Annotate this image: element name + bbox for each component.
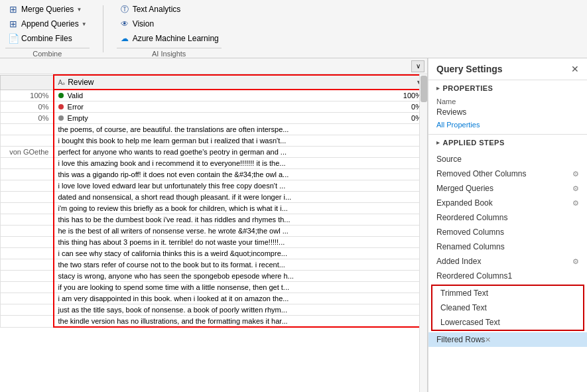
step-item-merged-queries[interactable]: Merged Queries⚙ [428, 181, 587, 196]
step-delete-icon[interactable]: ✕ [485, 336, 491, 344]
review-valid-stat: Valid 100% [54, 90, 427, 101]
cell-review: this has to be the dumbest book i've rea… [54, 214, 427, 226]
step-label: Removed Columns [436, 228, 504, 237]
cell-review: just as the title says, book of nonsense… [54, 304, 427, 316]
step-item-reordered-columns1[interactable]: Reordered Columns1 [428, 269, 587, 283]
collapse-button[interactable]: ∨ [411, 60, 424, 72]
table-row: he is the best of all writers of nonsens… [1, 226, 427, 237]
error-label: Error [68, 103, 84, 111]
col-header-review[interactable]: Aₐ Review ▼ [54, 75, 427, 90]
cell-review: perfect for anyone who wants to read goe… [54, 147, 427, 158]
step-item-source[interactable]: Source [428, 152, 587, 166]
vision-icon: 👁 [119, 19, 130, 29]
panel-close-button[interactable]: ✕ [571, 64, 579, 74]
step-item-cleaned-text[interactable]: Cleaned Text [432, 300, 583, 315]
step-item-removed-other-columns[interactable]: Removed Other Columns⚙ [428, 166, 587, 181]
toolbar-group-ai: Ⓣ Text Analytics 👁 Vision ☁ Azure Machin… [117, 3, 222, 58]
col-header-num [1, 75, 54, 90]
step-item-expanded-book[interactable]: Expanded Book⚙ [428, 196, 587, 210]
cell-num [1, 304, 54, 316]
table-row: stacy is wrong, anyone who has seen the … [1, 271, 427, 282]
step-item-trimmed-text[interactable]: Trimmed Text [432, 286, 583, 300]
merge-dropdown-arrow: ▼ [76, 7, 82, 13]
step-item-reordered-columns[interactable]: Reordered Columns [428, 210, 587, 225]
cell-review: the kindle version has no illustrations,… [54, 316, 427, 328]
vertical-scrollbar[interactable] [419, 74, 427, 392]
table-row: i love love loved edward lear but unfort… [1, 180, 427, 192]
cell-review: he is the best of all writers of nonsens… [54, 226, 427, 237]
review-col-type-icon: Aₐ [58, 79, 66, 86]
step-gear-icon[interactable]: ⚙ [572, 184, 579, 193]
cell-review: the two stars refer of course not to the… [54, 259, 427, 271]
step-item-removed-columns[interactable]: Removed Columns [428, 225, 587, 239]
merge-queries-button[interactable]: ⊞ Merge Queries ▼ [5, 3, 90, 16]
data-table: Aₐ Review ▼ 100% [0, 74, 427, 328]
combine-group-label: Combine [5, 48, 90, 58]
step-label: Merged Queries [436, 184, 493, 193]
cell-review: i love love loved edward lear but unfort… [54, 180, 427, 192]
properties-arrow: ▸ [436, 85, 440, 92]
vision-button[interactable]: 👁 Vision [117, 17, 222, 31]
cell-num [1, 248, 54, 259]
cell-num [1, 259, 54, 271]
step-gear-icon[interactable]: ⚙ [572, 170, 579, 178]
step-gear-icon[interactable]: ⚙ [572, 199, 579, 208]
text-analytics-button[interactable]: Ⓣ Text Analytics [117, 3, 222, 16]
table-row: i am very disappointed in this book. whe… [1, 293, 427, 304]
step-label: Trimmed Text [440, 289, 488, 298]
step-gear-icon[interactable]: ⚙ [572, 257, 579, 266]
table-row: this thing has about 3 poems in it. terr… [1, 237, 427, 248]
merge-queries-label: Merge Queries [21, 5, 74, 14]
applied-steps-section-header: ▸ APPLIED STEPS [428, 135, 587, 149]
combine-files-button[interactable]: 📄 Combine Files [5, 32, 90, 45]
grid-area: ∨ Aₐ Review ▼ [0, 58, 428, 392]
cell-review: i can see why stacy of california thinks… [54, 248, 427, 259]
review-empty-stat: Empty 0% [54, 113, 427, 124]
cell-num [1, 192, 54, 203]
main-area: ∨ Aₐ Review ▼ [0, 58, 587, 392]
step-item-filtered-rows[interactable]: Filtered Rows✕ [428, 332, 587, 347]
cell-review: i'm going to review this briefly as a bo… [54, 203, 427, 214]
table-row: just as the title says, book of nonsense… [1, 304, 427, 316]
cell-num [1, 316, 54, 328]
all-properties-link[interactable]: All Properties [436, 121, 579, 129]
toolbar-items-ai: Ⓣ Text Analytics 👁 Vision ☁ Azure Machin… [117, 3, 222, 45]
table-row: dated and nonsensical, a short read thou… [1, 192, 427, 203]
vision-label: Vision [133, 19, 154, 29]
merge-icon: ⊞ [8, 4, 19, 15]
stat-row-valid: 100% Valid 100% [1, 90, 427, 101]
step-item-lowercased-text[interactable]: Lowercased Text [432, 315, 583, 330]
properties-section: Name Reviews All Properties [428, 95, 587, 135]
toolbar-divider-1 [103, 5, 103, 52]
step-label: Lowercased Text [440, 318, 500, 327]
table-row: i love this amazing book and i recommend… [1, 158, 427, 169]
scroll-thumb[interactable] [421, 76, 427, 102]
properties-section-header: ▸ PROPERTIES [428, 80, 587, 95]
append-queries-button[interactable]: ⊞ Append Queries ▼ [5, 17, 90, 31]
cell-review: the poems, of course, are beautiful. the… [54, 124, 427, 135]
steps-section: SourceRemoved Other Columns⚙Merged Queri… [428, 149, 587, 352]
cell-num [1, 293, 54, 304]
num-error-pct: 0% [1, 101, 54, 113]
table-row: this was a gigando rip-off! it does not … [1, 169, 427, 180]
table-row: if you are looking to spend some time wi… [1, 282, 427, 293]
append-dropdown-arrow: ▼ [82, 21, 87, 27]
azure-ml-button[interactable]: ☁ Azure Machine Learning [117, 32, 222, 45]
table-row: von GOetheperfect for anyone who wants t… [1, 147, 427, 158]
cell-review: i love this amazing book and i recommend… [54, 158, 427, 169]
text-analytics-icon: Ⓣ [119, 4, 130, 15]
step-label: Expanded Book [436, 198, 493, 208]
right-panel: Query Settings ✕ ▸ PROPERTIES Name Revie… [428, 58, 587, 392]
step-item-added-index[interactable]: Added Index⚙ [428, 254, 587, 269]
step-label: Reordered Columns [436, 213, 507, 222]
stat-row-empty: 0% Empty 0% [1, 113, 427, 124]
combine-files-label: Combine Files [21, 34, 72, 43]
col-header-inner-review: Aₐ Review ▼ [58, 78, 423, 87]
grid-scroll[interactable]: Aₐ Review ▼ 100% [0, 74, 427, 392]
error-dot [58, 104, 64, 109]
empty-dot [58, 115, 64, 121]
table-row: i'm going to review this briefly as a bo… [1, 203, 427, 214]
step-item-renamed-columns[interactable]: Renamed Columns [428, 239, 587, 254]
toolbar-items-combine: ⊞ Merge Queries ▼ ⊞ Append Queries ▼ 📄 C… [5, 3, 90, 45]
grid-outer: Aₐ Review ▼ 100% [0, 74, 427, 392]
